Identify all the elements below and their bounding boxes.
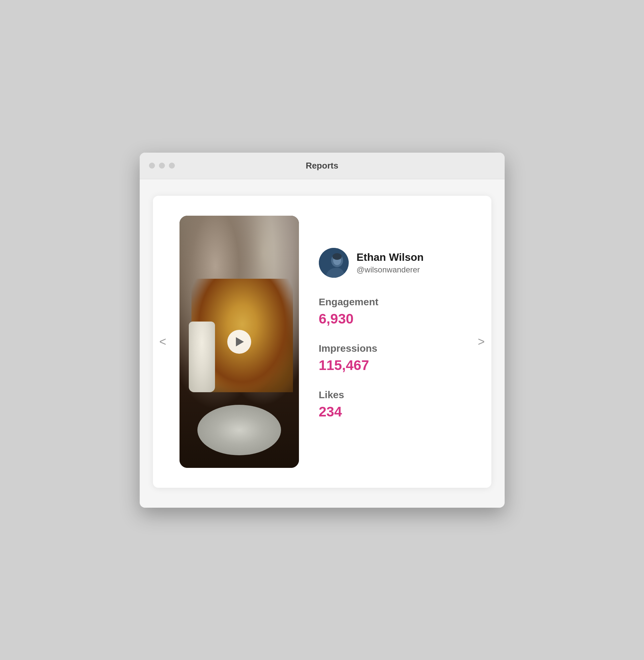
page-title: Reports xyxy=(305,161,338,171)
svg-point-3 xyxy=(332,253,342,260)
stat-engagement: Engagement 6,930 xyxy=(319,296,465,327)
window-dot-2[interactable] xyxy=(159,163,165,168)
stat-likes: Likes 234 xyxy=(319,389,465,420)
stat-impressions-label: Impressions xyxy=(319,343,465,354)
stat-likes-label: Likes xyxy=(319,389,465,401)
content-card: < xyxy=(153,196,491,488)
stats-panel: Ethan Wilson @wilsonwanderer Engagement … xyxy=(319,248,465,436)
stat-likes-value: 234 xyxy=(319,404,465,420)
app-window: Reports < xyxy=(140,153,505,508)
avatar-image xyxy=(319,248,349,278)
avatar xyxy=(319,248,349,278)
titlebar: Reports xyxy=(140,153,505,179)
prev-button[interactable]: < xyxy=(153,335,173,349)
stat-engagement-value: 6,930 xyxy=(319,311,465,327)
next-button[interactable]: > xyxy=(472,335,491,349)
window-controls xyxy=(149,163,175,168)
window-dot-3[interactable] xyxy=(169,163,175,168)
cup-decoration xyxy=(189,321,215,392)
stat-engagement-label: Engagement xyxy=(319,296,465,308)
stat-impressions: Impressions 115,467 xyxy=(319,343,465,373)
post-image-container xyxy=(180,216,299,468)
stat-impressions-value: 115,467 xyxy=(319,357,465,373)
play-icon xyxy=(236,337,244,346)
play-button[interactable] xyxy=(227,330,251,354)
plate-decoration xyxy=(198,405,281,455)
main-content: Ethan Wilson @wilsonwanderer Engagement … xyxy=(173,216,472,468)
user-handle: @wilsonwanderer xyxy=(357,265,424,274)
user-text: Ethan Wilson @wilsonwanderer xyxy=(357,251,424,274)
window-dot-1[interactable] xyxy=(149,163,155,168)
user-info: Ethan Wilson @wilsonwanderer xyxy=(319,248,465,278)
user-name: Ethan Wilson xyxy=(357,251,424,264)
